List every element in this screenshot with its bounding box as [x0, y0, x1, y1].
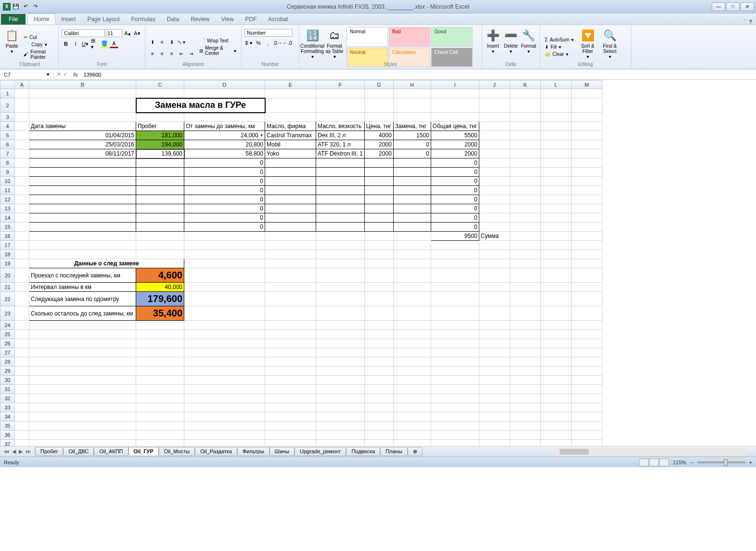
row-header-27[interactable]: 27 — [0, 348, 15, 357]
minimize-button[interactable]: — — [712, 2, 725, 11]
table-cell[interactable]: ATF 320, 1 л — [316, 140, 365, 149]
help-icon[interactable]: ? — [749, 19, 752, 25]
cell[interactable] — [136, 89, 184, 98]
accounting-format-icon[interactable]: $ ▾ — [244, 39, 253, 47]
sheet-tab-Подвеска[interactable]: Подвеска — [346, 447, 380, 456]
table-cell[interactable]: 0 — [184, 204, 265, 213]
cell[interactable] — [29, 348, 136, 357]
table-cell[interactable] — [393, 158, 431, 168]
select-all-corner[interactable] — [0, 80, 15, 89]
cell[interactable] — [136, 412, 184, 421]
cell[interactable] — [431, 357, 479, 367]
cell[interactable] — [540, 394, 571, 403]
cell[interactable] — [29, 89, 136, 98]
cell[interactable] — [510, 241, 540, 250]
row-header-3[interactable]: 3 — [0, 113, 15, 122]
table-cell[interactable] — [364, 223, 393, 232]
col-header-B[interactable]: B — [29, 80, 136, 89]
cell[interactable] — [364, 357, 393, 367]
row-header-6[interactable]: 6 — [0, 140, 15, 149]
cell[interactable] — [540, 440, 571, 446]
table-cell[interactable] — [364, 168, 393, 177]
row-header-30[interactable]: 30 — [0, 376, 15, 385]
cell[interactable] — [540, 348, 571, 357]
table-cell[interactable] — [364, 158, 393, 168]
table-cell[interactable] — [393, 168, 431, 177]
sheet-tab-Oil_Мосты[interactable]: Oil_Мосты — [159, 447, 195, 456]
summary-value[interactable]: 179,600 — [136, 292, 184, 306]
row-header-2[interactable]: 2 — [0, 98, 15, 113]
sheet-title[interactable]: Замена масла в ГУРе — [136, 98, 265, 113]
align-bottom-icon[interactable]: ⬇ — [167, 38, 176, 47]
cell[interactable] — [571, 403, 602, 412]
cell[interactable] — [571, 385, 602, 394]
cell[interactable] — [571, 357, 602, 367]
table-cell[interactable] — [265, 158, 316, 168]
cell[interactable] — [15, 330, 29, 339]
table-cell[interactable] — [29, 186, 136, 195]
cell[interactable] — [364, 321, 393, 330]
formula-input[interactable]: 139600 — [81, 71, 756, 79]
cell[interactable] — [136, 330, 184, 339]
cell[interactable] — [479, 339, 510, 348]
cell[interactable] — [431, 440, 479, 446]
border-button[interactable]: ⊞ ▾ — [90, 39, 99, 48]
table-cell[interactable]: 0 — [431, 213, 479, 223]
table-header[interactable]: Цена, тнг — [364, 122, 393, 131]
cell[interactable] — [393, 394, 431, 403]
cell[interactable] — [393, 348, 431, 357]
cell[interactable] — [265, 367, 316, 376]
cell[interactable] — [571, 367, 602, 376]
cell[interactable] — [29, 431, 136, 440]
cell[interactable] — [265, 357, 316, 367]
cell[interactable] — [265, 431, 316, 440]
font-size-select[interactable] — [106, 29, 122, 37]
cell[interactable] — [393, 321, 431, 330]
cell[interactable] — [316, 403, 365, 412]
cell[interactable] — [29, 113, 136, 122]
cell[interactable] — [364, 431, 393, 440]
cell[interactable] — [364, 376, 393, 385]
cell[interactable] — [571, 376, 602, 385]
table-cell[interactable] — [316, 213, 365, 223]
cell[interactable] — [184, 348, 265, 357]
cell[interactable] — [571, 330, 602, 339]
table-cell[interactable] — [364, 195, 393, 204]
cell[interactable] — [431, 348, 479, 357]
cell[interactable] — [510, 330, 540, 339]
cell[interactable] — [479, 250, 510, 259]
cell[interactable] — [184, 403, 265, 412]
table-cell[interactable] — [316, 177, 365, 186]
cell[interactable] — [29, 339, 136, 348]
bold-button[interactable]: B — [62, 39, 70, 48]
cell[interactable] — [431, 330, 479, 339]
cell[interactable] — [15, 376, 29, 385]
row-header-33[interactable]: 33 — [0, 403, 15, 412]
table-cell[interactable]: 25/03/2016 — [29, 140, 136, 149]
cell[interactable] — [316, 339, 365, 348]
cell[interactable] — [510, 394, 540, 403]
row-header-15[interactable]: 15 — [0, 223, 15, 232]
cell[interactable] — [479, 440, 510, 446]
align-right-icon[interactable]: ≡ — [167, 50, 176, 58]
sum-cell[interactable]: 9500 — [431, 232, 479, 241]
cell[interactable] — [393, 241, 431, 250]
table-cell[interactable] — [29, 204, 136, 213]
table-cell[interactable]: 1500 — [393, 131, 431, 140]
cell[interactable] — [136, 376, 184, 385]
cell[interactable] — [571, 250, 602, 259]
cell[interactable] — [393, 330, 431, 339]
cell[interactable] — [29, 241, 136, 250]
orientation-icon[interactable]: ⤡ ▾ — [177, 38, 186, 47]
row-header-23[interactable]: 23 — [0, 306, 15, 321]
cell[interactable] — [136, 113, 184, 122]
table-cell[interactable] — [265, 168, 316, 177]
cell[interactable] — [364, 250, 393, 259]
table-cell[interactable]: 0 — [184, 168, 265, 177]
cell[interactable] — [15, 250, 29, 259]
table-cell[interactable]: Mobil — [265, 140, 316, 149]
row-header-17[interactable]: 17 — [0, 241, 15, 250]
table-cell[interactable]: ATF Dextron III, 1 — [316, 149, 365, 158]
zoom-out-button[interactable]: − — [690, 459, 693, 465]
cell[interactable] — [316, 348, 365, 357]
